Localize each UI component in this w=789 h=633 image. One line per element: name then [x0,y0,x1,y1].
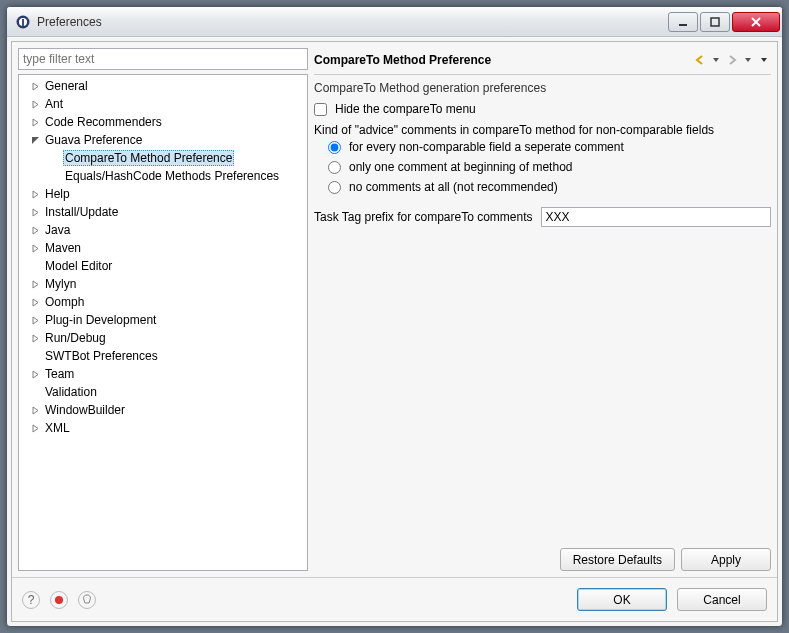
expand-icon[interactable] [29,242,41,254]
advice-radio-input[interactable] [328,161,341,174]
expand-icon[interactable] [29,422,41,434]
minimize-button[interactable] [668,12,698,32]
svg-rect-4 [711,18,719,26]
tree-item-label: Validation [43,385,99,399]
tree-item-label: Equals/HashCode Methods Preferences [63,169,281,183]
tree-item[interactable]: Guava Preference [19,131,307,149]
forward-dropdown-icon[interactable] [741,53,755,67]
tree-item[interactable]: WindowBuilder [19,401,307,419]
svg-rect-3 [679,24,687,26]
hide-menu-label: Hide the compareTo menu [335,102,476,116]
advice-radio-option[interactable]: only one comment at beginning of method [328,157,771,177]
tree-item-label: Guava Preference [43,133,144,147]
tree-item[interactable]: Model Editor [19,257,307,275]
left-pane: GeneralAntCode RecommendersGuava Prefere… [18,48,308,571]
divider [314,74,771,75]
advice-radio-input[interactable] [328,181,341,194]
right-pane: CompareTo Method Preference CompareTo Me… [314,48,771,571]
tree-item-label: Help [43,187,72,201]
expand-icon[interactable] [29,98,41,110]
close-button[interactable] [732,12,780,32]
advice-radio-label: for every non-comparable field a seperat… [349,140,624,154]
page-description: CompareTo Method generation preferences [314,81,771,95]
tree-item-label: Ant [43,97,65,111]
restore-defaults-button[interactable]: Restore Defaults [560,548,675,571]
tree-item[interactable]: Help [19,185,307,203]
expand-icon[interactable] [29,80,41,92]
tree-item[interactable]: XML [19,419,307,437]
expand-icon [29,386,41,398]
tree-item[interactable]: CompareTo Method Preference [19,149,307,167]
expand-icon [49,152,61,164]
back-icon[interactable] [693,53,707,67]
preferences-window: Preferences GeneralAntCode RecommendersG… [6,6,783,627]
tree-item[interactable]: Ant [19,95,307,113]
advice-radio-label: no comments at all (not recommended) [349,180,558,194]
forward-icon[interactable] [725,53,739,67]
menu-dropdown-icon[interactable] [757,53,771,67]
preference-tree[interactable]: GeneralAntCode RecommendersGuava Prefere… [18,74,308,571]
advice-radio-label: only one comment at beginning of method [349,160,572,174]
window-title: Preferences [37,15,666,29]
collapse-icon[interactable] [29,134,41,146]
ok-button[interactable]: OK [577,588,667,611]
expand-icon[interactable] [29,116,41,128]
help-icon[interactable]: ? [22,591,40,609]
maximize-button[interactable] [700,12,730,32]
tree-item[interactable]: Plug-in Development [19,311,307,329]
task-tag-label: Task Tag prefix for compareTo comments [314,210,533,224]
tree-item[interactable]: Mylyn [19,275,307,293]
tree-item[interactable]: Equals/HashCode Methods Preferences [19,167,307,185]
expand-icon [49,170,61,182]
bottom-bar: ? OK Cancel [12,577,777,621]
tree-item-label: Team [43,367,76,381]
advice-radio-option[interactable]: for every non-comparable field a seperat… [328,137,771,157]
tree-item[interactable]: Code Recommenders [19,113,307,131]
lightbulb-icon[interactable] [78,591,96,609]
task-tag-input[interactable] [541,207,771,227]
tree-item[interactable]: Validation [19,383,307,401]
tree-item-label: CompareTo Method Preference [63,150,234,166]
filter-input[interactable] [18,48,308,70]
expand-icon [29,350,41,362]
tree-item[interactable]: General [19,77,307,95]
page-nav [693,53,771,67]
tree-item[interactable]: Run/Debug [19,329,307,347]
cancel-button[interactable]: Cancel [677,588,767,611]
tree-item-label: WindowBuilder [43,403,127,417]
tree-item-label: Install/Update [43,205,120,219]
expand-icon[interactable] [29,296,41,308]
advice-radio-input[interactable] [328,141,341,154]
tree-item[interactable]: Team [19,365,307,383]
advice-radio-option[interactable]: no comments at all (not recommended) [328,177,771,197]
tree-item-label: Plug-in Development [43,313,158,327]
expand-icon [29,260,41,272]
tree-item-label: Oomph [43,295,86,309]
hide-menu-checkbox[interactable]: Hide the compareTo menu [314,99,771,119]
expand-icon[interactable] [29,404,41,416]
hide-menu-checkbox-input[interactable] [314,103,327,116]
client-area: GeneralAntCode RecommendersGuava Prefere… [11,41,778,622]
tree-item[interactable]: Install/Update [19,203,307,221]
expand-icon[interactable] [29,368,41,380]
tree-item-label: XML [43,421,72,435]
tree-item[interactable]: Java [19,221,307,239]
tree-item[interactable]: Maven [19,239,307,257]
apply-button[interactable]: Apply [681,548,771,571]
expand-icon[interactable] [29,206,41,218]
tree-item-label: Code Recommenders [43,115,164,129]
record-icon[interactable] [50,591,68,609]
expand-icon[interactable] [29,278,41,290]
page-title: CompareTo Method Preference [314,53,693,67]
expand-icon[interactable] [29,224,41,236]
tree-item[interactable]: SWTBot Preferences [19,347,307,365]
back-dropdown-icon[interactable] [709,53,723,67]
expand-icon[interactable] [29,332,41,344]
tree-item[interactable]: Oomph [19,293,307,311]
expand-icon[interactable] [29,314,41,326]
titlebar[interactable]: Preferences [7,7,782,37]
expand-icon[interactable] [29,188,41,200]
tree-item-label: Run/Debug [43,331,108,345]
tree-item-label: Maven [43,241,83,255]
tree-item-label: Mylyn [43,277,78,291]
